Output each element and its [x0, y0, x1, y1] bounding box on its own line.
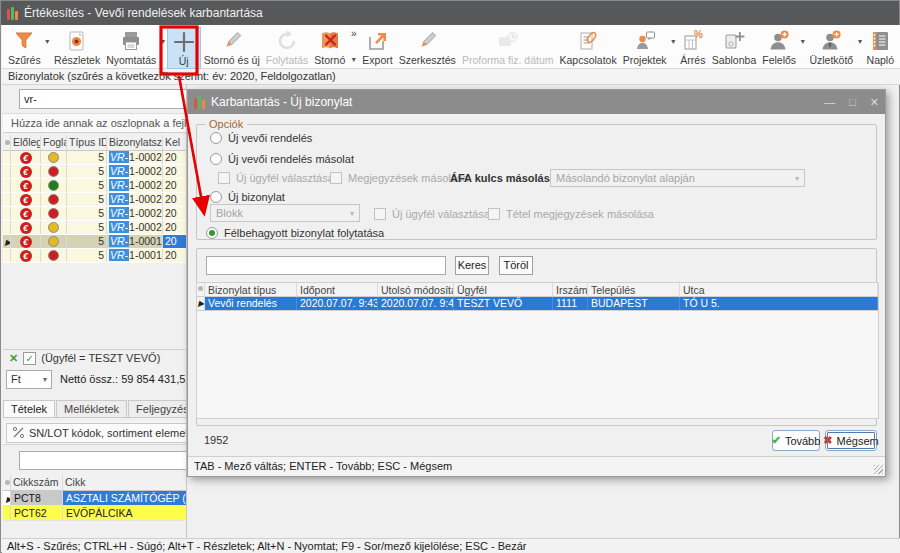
radio-continue-unfinished[interactable]: Félbehagyott bizonylat folytatása — [206, 226, 384, 240]
checkbox-icon — [488, 208, 500, 220]
toolbar-button-sablonba[interactable]: Sablonba — [709, 27, 759, 67]
table-row[interactable]: € 5 VR-1-000271 20 — [3, 151, 187, 165]
radio-new-doc[interactable]: Új bizonylat — [210, 190, 285, 204]
cancel-button[interactable]: ✖ Mégsem — [825, 430, 877, 451]
export-arrow-icon — [365, 28, 391, 54]
close-icon[interactable]: ✕ — [870, 96, 879, 109]
pencil-icon — [219, 28, 245, 54]
status-dot-icon — [48, 152, 59, 163]
checkbox-copy-item-notes: Tétel megjegyzések másolása — [488, 207, 654, 221]
toolbar-button-kapcsolatok[interactable]: Kapcsolatok — [557, 27, 620, 67]
items-toolbar: SN/LOT kódok, sortiment elemek F — [3, 421, 187, 445]
table-row[interactable]: PCT62 EVŐPÁLCIKA — [3, 506, 187, 521]
table-row[interactable]: € 5 VR-1-000243 20 — [3, 165, 187, 179]
unfinished-table-header[interactable]: Bizonylat típus Időpont Utolsó módosítás… — [196, 282, 879, 297]
toolbar-button-storno[interactable]: Stornó — [311, 27, 348, 67]
checkbox-new-client-1: Új ügyfél választása — [218, 171, 334, 185]
active-filter-text: (Ügyfél = TESZT VEVŐ) — [41, 352, 160, 364]
toolbar-button-reszletek[interactable]: Részletek — [51, 27, 103, 67]
table-row[interactable]: € 5 VR-1-000242 20 — [3, 179, 187, 193]
clear-filter-icon[interactable]: ✕ — [9, 352, 18, 365]
search-button[interactable]: Keres — [455, 256, 489, 275]
table-row[interactable]: € 5 VR-1-000214 20 — [3, 193, 187, 207]
table-row[interactable]: € 5 VR-1-000213 20 — [3, 207, 187, 221]
minimize-icon[interactable]: — — [824, 96, 835, 108]
notebook-icon — [867, 28, 893, 54]
refresh-icon — [274, 28, 300, 54]
chevron-down-icon[interactable]: ▾ — [159, 37, 166, 46]
status-dot-icon — [48, 208, 59, 219]
chevron-down-icon[interactable]: ▾ — [799, 37, 806, 46]
toolbar-button-storno-es-uj[interactable]: Stornó és új — [201, 27, 263, 67]
status-dot-icon — [48, 166, 59, 177]
status-dot-icon — [48, 222, 59, 233]
toolbar-button-szerkesztes[interactable]: Szerkesztés — [396, 27, 459, 67]
tab-tetelek[interactable]: Tételek — [3, 400, 55, 417]
main-window: Értékesítés - Vevői rendelések karbantar… — [0, 0, 900, 553]
pencil-icon — [414, 28, 440, 54]
toolbar-button-arres[interactable]: % Árrés — [677, 27, 709, 67]
row-indicator-icon — [198, 286, 203, 291]
doc-plus-icon — [721, 28, 747, 54]
prepayment-euro-icon: € — [20, 236, 32, 248]
details-eye-icon — [64, 28, 90, 54]
radio-icon — [210, 132, 222, 144]
toolbar-button-uzletkoto[interactable]: Üzletkötő — [806, 27, 856, 67]
resize-grip[interactable] — [874, 465, 883, 474]
status-bar: Alt+S - Szűrés; CTRL+H - Súgó; Alt+T - R… — [2, 538, 900, 553]
table-row-selected[interactable]: ▶ Vevői rendelés 2020.07.07. 9:43:09 202… — [196, 297, 879, 311]
document-filter-input[interactable] — [19, 89, 187, 109]
filter-icon — [11, 28, 37, 54]
doc-paperclip-icon — [575, 28, 601, 54]
snlot-button[interactable]: SN/LOT kódok, sortiment elemek — [6, 423, 187, 443]
radio-new-order-copy[interactable]: Új vevői rendelés másolat — [210, 152, 354, 166]
printer-icon — [118, 28, 144, 54]
prepayment-euro-icon: € — [20, 180, 32, 192]
row-indicator-icon — [5, 140, 10, 145]
checkbox-icon — [330, 172, 342, 184]
chevron-down-icon[interactable]: ▾ — [44, 37, 51, 46]
toolbar-button-export[interactable]: Export — [359, 27, 395, 67]
book-x-icon — [317, 28, 343, 54]
table-empty-area — [196, 311, 879, 419]
card-clock-icon — [495, 28, 521, 54]
maximize-icon[interactable]: □ — [849, 96, 856, 108]
app-logo-icon — [7, 7, 18, 20]
currency-select[interactable]: Ft ▾ — [6, 370, 52, 389]
toolbar-button-felelos[interactable]: Felelős — [759, 27, 799, 67]
items-filter-input[interactable] — [19, 451, 187, 470]
table-row-selected[interactable]: ▶ PCT8 ASZTALI SZÁMÍTÓGÉP (GY — [3, 491, 187, 506]
filter-enabled-checkbox[interactable]: ✓ — [23, 352, 36, 365]
prepayment-euro-icon: € — [20, 194, 32, 206]
table-row[interactable]: € 5 VR-1-000146 20 — [3, 249, 187, 263]
toolbar-button-projektek[interactable]: Projektek — [620, 27, 670, 67]
toolbar-button-naplo[interactable]: Napló — [864, 27, 897, 67]
snlot-icon — [12, 426, 25, 439]
chevron-down-icon: ▾ — [43, 375, 47, 384]
toolbar-overflow[interactable]: » ▾ — [348, 29, 359, 64]
toolbar-button-nyomtatas[interactable]: Nyomtatás — [103, 27, 159, 67]
dialog-titlebar[interactable]: Karbantartás - Új bizonylat — [188, 90, 885, 114]
next-button[interactable]: ✔ Tovább — [772, 430, 820, 451]
plus-icon — [171, 29, 197, 55]
tab-mellekletek[interactable]: Mellékletek — [56, 400, 127, 417]
options-group-label: Opciók — [205, 118, 247, 130]
clear-button[interactable]: Töröl — [499, 256, 533, 275]
toolbar-button-szures[interactable]: Szűrés — [5, 27, 44, 67]
row-indicator-icon — [5, 480, 10, 485]
table-row-selected[interactable]: ▶ € 5 VR-1-000182 20 — [3, 235, 187, 249]
orders-table-header[interactable]: Előleg Foglalá Típus ID Bizonylatszám Ke… — [3, 135, 187, 151]
dialog-search-input[interactable] — [206, 256, 446, 275]
radio-new-order[interactable]: Új vevői rendelés — [210, 131, 312, 145]
prepayment-euro-icon: € — [20, 208, 32, 220]
chevron-down-icon[interactable]: ▾ — [856, 37, 863, 46]
items-table: Cikkszám Cikk ▶ PCT8 ASZTALI SZÁMÍTÓGÉP … — [3, 475, 187, 521]
tab-feljegyzesek[interactable]: Feljegyzések — [128, 400, 187, 417]
status-dot-icon — [48, 236, 59, 247]
summary-row: Ft ▾ Nettó össz.: 59 854 431,51 Ft; Áfa — [3, 367, 187, 391]
chevron-down-icon[interactable]: ▾ — [669, 37, 676, 46]
table-row[interactable]: € 5 VR-1-000211 20 — [3, 221, 187, 235]
toolbar-button-uj[interactable]: Új — [167, 27, 201, 69]
items-table-header[interactable]: Cikkszám Cikk — [3, 475, 187, 491]
current-row-arrow-icon: ▶ — [198, 299, 204, 308]
